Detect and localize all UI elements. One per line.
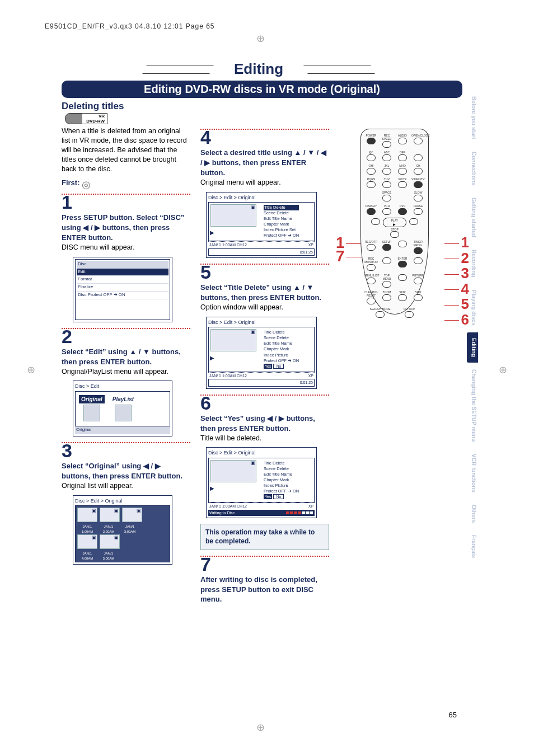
key-8-icon xyxy=(382,181,391,188)
writing-disc-screenshot: Disc > Edit > Original ▶ Title Delete Sc… xyxy=(206,447,317,518)
original-menu-screenshot: Disc > Edit > Original ▶ Title Delete Sc… xyxy=(206,192,317,259)
clear-button-icon xyxy=(367,298,376,304)
title-thumbnail xyxy=(77,508,97,522)
dvd-rw-vr-badge: VRDVD-RW xyxy=(65,113,107,124)
dvd-button-icon xyxy=(398,208,407,215)
tab-others: Others xyxy=(467,499,478,528)
breadcrumb: Disc > Edit > Original xyxy=(75,497,170,504)
key-9-icon xyxy=(398,181,407,188)
step-number: 2 xyxy=(62,327,190,346)
up-arrow-icon xyxy=(398,241,407,247)
tab-editing: Editing xyxy=(467,332,478,363)
title-options: Title Delete Scene Delete Edit Title Nam… xyxy=(263,204,300,240)
key-7-icon xyxy=(367,181,376,188)
thumb-label: JAN/1 3:00AM xyxy=(119,524,140,533)
slow-button-icon xyxy=(414,195,423,201)
step-1-body: DISC menu will appear. xyxy=(62,243,135,251)
menu-item-protect: Disc Protect OFF ➔ ON xyxy=(77,292,168,299)
step-6-body: Title will be deleted. xyxy=(200,434,261,442)
thumb-label: JAN/1 5:00AM xyxy=(98,551,119,560)
rec-otr-icon xyxy=(367,244,376,251)
step-5-body: Option window will appear. xyxy=(200,303,283,311)
step-2-head: Select “Edit” using ▲ / ▼ buttons, then … xyxy=(62,348,181,366)
thumb-label: JAN/1 4:00AM xyxy=(77,551,98,560)
menu-item-edit: Edit xyxy=(77,269,168,276)
step-1-head: Press SETUP button. Select “DISC” using … xyxy=(62,213,184,242)
title-thumbnail xyxy=(100,534,120,549)
intro-paragraph: When a title is deleted from an original… xyxy=(62,126,190,173)
remote-control-icon: POWER REC SPEED AUDIO OPEN/CLOSE @/. ABC… xyxy=(360,129,429,314)
title-thumbnail xyxy=(210,204,256,227)
menu-footer: Original xyxy=(75,426,170,434)
display-button-icon xyxy=(367,208,376,215)
tab-connections: Connections xyxy=(467,146,478,191)
title-thumbnail xyxy=(100,508,120,522)
operation-note: This operation may take a while to be co… xyxy=(200,524,329,550)
tab-before-you-start: Before you start xyxy=(467,91,478,145)
status-mode: XP xyxy=(308,242,313,247)
enter-button-icon xyxy=(398,261,407,267)
video-tv-icon xyxy=(414,181,423,188)
remote-diagram: 1 7 POWER REC SPEED AUDIO OPEN/CLOSE @/.… xyxy=(338,129,450,319)
step-4-body: Original menu will appear. xyxy=(200,179,281,186)
source-file-header: E9501CD_EN/FR_v3.qx3 04.8.10 12:01 Page … xyxy=(45,22,215,30)
tab-francais: Français xyxy=(467,529,478,564)
subsection-heading: Deleting titles xyxy=(62,101,124,112)
section-title: Editing DVD-RW discs in VR mode (Origina… xyxy=(62,81,462,98)
title-thumbnail xyxy=(122,508,142,522)
key-0-icon xyxy=(382,195,391,201)
option-original: Original xyxy=(79,395,105,404)
left-arrow-icon xyxy=(382,257,391,264)
search-mode-icon xyxy=(376,311,385,318)
step-number: 4 xyxy=(200,128,329,147)
menu-title: Disc xyxy=(77,261,168,269)
page-number: 65 xyxy=(449,711,457,719)
right-column: 4 Select a desired title using ▲ / ▼ / ◀… xyxy=(200,125,329,609)
status-datetime: JAN/ 1 1:00AM CH12 xyxy=(209,504,247,509)
rec-monitor-icon xyxy=(367,264,376,271)
manual-page: E9501CD_EN/FR_v3.qx3 04.8.10 12:01 Page … xyxy=(0,0,534,756)
confirm-no: No xyxy=(273,494,284,499)
play-icon: ▶ xyxy=(210,229,260,237)
step-3-head: Select “Original” using ◀ / ▶ buttons, t… xyxy=(62,462,182,480)
zoom-button-icon xyxy=(382,294,391,301)
ch-up-icon xyxy=(414,154,423,161)
status-timecode: 0:01:25 xyxy=(300,380,313,385)
thumb-label: JAN/1 2:00AM xyxy=(98,524,119,533)
breadcrumb: Disc > Edit xyxy=(75,383,170,389)
option-playlist: PlayList xyxy=(110,395,136,404)
status-mode: XP xyxy=(308,504,313,509)
disc-menu-screenshot: Disc Edit Format Finalize Disc Protect O… xyxy=(73,257,172,322)
power-button-icon xyxy=(367,138,376,144)
menu-item-finalize: Finalize xyxy=(77,284,168,292)
breadcrumb: Disc > Edit > Original xyxy=(208,319,315,326)
step-number: 1 xyxy=(62,192,190,212)
return-button-icon xyxy=(414,278,423,284)
menu-list-icon xyxy=(367,278,376,284)
menu-item-format: Format xyxy=(77,276,168,284)
title-thumbnail xyxy=(210,460,256,482)
step-3-body: Original list will appear. xyxy=(62,482,133,490)
status-datetime: JAN/ 1 1:00AM CH12 xyxy=(209,242,247,247)
ch-down-icon xyxy=(414,168,423,175)
tab-setup-menu: Changing the SETUP menu xyxy=(467,364,478,447)
edit-menu-screenshot: Disc > Edit Original PlayList Original xyxy=(73,381,172,436)
breadcrumb: Disc > Edit > Original xyxy=(208,194,315,201)
chapter-banner: Editing xyxy=(62,60,456,78)
crop-mark-icon: ⊕ xyxy=(256,32,265,45)
setup-button-icon xyxy=(382,244,391,251)
step-number: 6 xyxy=(200,393,329,412)
crop-mark-icon: ⊕ xyxy=(499,364,507,376)
step-number: 3 xyxy=(62,441,190,460)
step-6-head: Select “Yes” using ◀ / ▶ buttons, then p… xyxy=(200,414,315,433)
skip-back-icon xyxy=(398,294,407,301)
step-2-body: Original/PlayList menu will appear. xyxy=(62,368,168,375)
stop-button-icon xyxy=(390,231,399,238)
key-2-icon xyxy=(382,154,391,161)
key-1-icon xyxy=(367,154,376,161)
title-delete-confirm-screenshot: Disc > Edit > Original ▶ Title Delete Sc… xyxy=(206,317,317,389)
step-number: 7 xyxy=(200,555,329,574)
writing-progress: Writing to Disc xyxy=(208,510,315,516)
title-options: Title Delete Scene Delete Edit Title Nam… xyxy=(263,459,300,501)
disc-in-tray-icon xyxy=(82,178,96,189)
